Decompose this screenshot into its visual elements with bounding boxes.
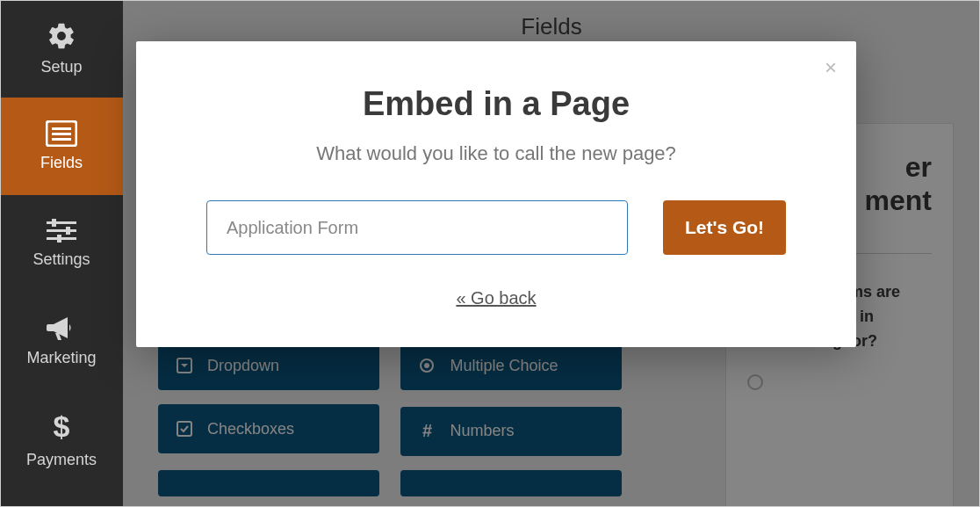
- svg-rect-8: [66, 227, 70, 235]
- sidebar-item-fields[interactable]: Fields: [0, 98, 123, 195]
- svg-rect-7: [52, 219, 56, 227]
- sidebar-item-setup[interactable]: Setup: [0, 0, 123, 98]
- dollar-icon: $: [54, 409, 70, 444]
- sidebar-item-label: Marketing: [26, 349, 96, 367]
- embed-modal: × Embed in a Page What would you like to…: [136, 41, 856, 347]
- svg-rect-3: [52, 138, 71, 141]
- sidebar-item-payments[interactable]: $ Payments: [0, 390, 123, 488]
- sidebar-item-label: Setup: [40, 58, 82, 76]
- sidebar-item-label: Fields: [40, 154, 83, 172]
- sidebar-item-label: Payments: [26, 451, 97, 469]
- close-icon[interactable]: ×: [825, 55, 837, 80]
- sidebar-item-marketing[interactable]: Marketing: [0, 293, 123, 390]
- go-back-link[interactable]: « Go back: [189, 288, 803, 308]
- form-icon: [46, 120, 77, 147]
- sidebar-item-label: Settings: [32, 250, 90, 269]
- lets-go-button[interactable]: Let's Go!: [663, 200, 786, 255]
- sliders-icon: [47, 219, 76, 243]
- svg-rect-4: [47, 221, 76, 224]
- gear-icon: [47, 21, 76, 51]
- bullhorn-icon: [47, 315, 76, 342]
- modal-title: Embed in a Page: [189, 85, 803, 123]
- svg-rect-1: [52, 127, 71, 130]
- svg-rect-2: [52, 133, 71, 135]
- sidebar: Setup Fields Settings Marketing $ Paymen…: [0, 0, 123, 507]
- modal-subtitle: What would you like to call the new page…: [189, 142, 803, 165]
- svg-rect-5: [47, 229, 76, 232]
- svg-rect-9: [57, 235, 61, 243]
- sidebar-item-settings[interactable]: Settings: [0, 195, 123, 293]
- page-name-input[interactable]: [206, 200, 628, 255]
